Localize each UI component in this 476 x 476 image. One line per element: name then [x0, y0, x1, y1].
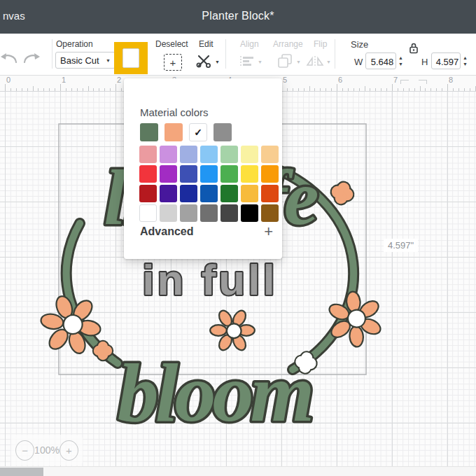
ruler-tick: [381, 88, 382, 91]
zoom-controls: − 100% +: [11, 435, 83, 465]
ruler-number: 6: [338, 76, 342, 84]
arrange-icon: [277, 53, 293, 69]
palette-color-swatch[interactable]: [200, 204, 218, 222]
palette-color-swatch[interactable]: [200, 165, 218, 183]
ruler-tick: [27, 88, 28, 91]
palette-color-swatch[interactable]: [261, 165, 279, 183]
plus-icon: +: [170, 57, 176, 69]
palette-grid: [139, 146, 282, 222]
ruler-number: 7: [393, 76, 398, 84]
stepper-up-icon[interactable]: ▲: [463, 55, 468, 60]
cricut-design-space-app: live life in full bloom: [0, 0, 476, 476]
palette-color-swatch[interactable]: [160, 185, 177, 202]
ruler-tick: [392, 84, 393, 91]
palette-color-swatch[interactable]: [160, 165, 177, 183]
ruler-tick: [115, 84, 116, 91]
height-dimension-label: 4.597": [384, 239, 418, 252]
ruler-tick: [60, 84, 61, 91]
width-input-box: [365, 52, 396, 69]
ruler-number: 1: [62, 76, 66, 84]
horizontal-scrollbar[interactable]: [0, 466, 476, 476]
palette-color-swatch[interactable]: [200, 185, 218, 202]
chevron-down-icon: ▼: [106, 58, 111, 63]
edit-chevron-down-icon[interactable]: ▼: [215, 59, 220, 64]
palette-color-swatch[interactable]: [261, 185, 279, 202]
palette-color-swatch[interactable]: [241, 204, 258, 222]
width-stepper[interactable]: ▲ ▼: [398, 52, 403, 69]
stepper-down-icon[interactable]: ▼: [398, 62, 403, 66]
operation-dropdown[interactable]: Basic Cut ▼: [55, 52, 115, 69]
ruler-number: 2: [117, 76, 121, 84]
palette-color-swatch[interactable]: [180, 146, 197, 163]
ruler-tick: [88, 86, 89, 91]
palette-color-swatch[interactable]: [180, 165, 197, 183]
zoom-out-button[interactable]: −: [15, 440, 34, 461]
ruler-tick: [314, 88, 315, 91]
palette-color-swatch[interactable]: [139, 185, 157, 202]
horizontal-scrollbar-thumb[interactable]: [0, 468, 43, 476]
undo-icon[interactable]: [0, 50, 18, 65]
width-input[interactable]: [366, 53, 398, 70]
edit-toolbar: Operation Basic Cut ▼ Deselect + Edit ▼ …: [0, 34, 476, 76]
palette-color-swatch[interactable]: [180, 185, 197, 202]
palette-color-swatch[interactable]: [200, 146, 218, 163]
ruler-tick: [55, 88, 55, 91]
ruler-tick: [104, 88, 105, 91]
ruler-tick: [414, 88, 415, 91]
edit-icon[interactable]: [195, 52, 212, 69]
ruler-tick: [287, 88, 288, 91]
ruler-tick: [93, 88, 94, 91]
palette-color-swatch[interactable]: [160, 204, 177, 222]
ruler-tick: [365, 86, 365, 91]
height-input[interactable]: [432, 53, 463, 70]
ruler-tick: [470, 88, 470, 91]
stepper-down-icon[interactable]: ▼: [463, 62, 468, 66]
height-label: H: [421, 57, 428, 67]
ruler-number: 8: [449, 76, 453, 84]
palette-color-swatch[interactable]: [160, 146, 177, 163]
redo-icon[interactable]: [22, 50, 42, 65]
deselect-button[interactable]: +: [164, 54, 182, 71]
minus-icon: −: [22, 444, 28, 456]
material-color-swatch-white[interactable]: ✓: [189, 123, 207, 141]
material-color-swatch-green[interactable]: [140, 123, 158, 141]
ruler-tick: [425, 88, 426, 91]
ruler-number: 0: [6, 76, 10, 84]
palette-color-swatch[interactable]: [220, 146, 238, 163]
ruler-tick: [83, 88, 83, 91]
material-color-swatch-peach[interactable]: [164, 123, 183, 141]
selected-check-icon: ✓: [190, 124, 206, 141]
height-stepper[interactable]: ▲ ▼: [463, 52, 468, 69]
ruler-tick: [33, 86, 34, 91]
zoom-in-button[interactable]: +: [59, 440, 78, 461]
add-color-plus-icon[interactable]: +: [264, 223, 273, 241]
palette-color-swatch[interactable]: [261, 204, 279, 222]
popup-title: Material colors: [140, 106, 209, 118]
palette-color-swatch[interactable]: [241, 165, 258, 183]
lock-aspect-ratio-icon[interactable]: [409, 42, 419, 54]
ruler-tick: [331, 88, 332, 91]
ruler-tick: [38, 88, 38, 91]
align-chevron-down-icon: ▼: [258, 59, 262, 64]
advanced-button[interactable]: Advanced: [140, 225, 193, 238]
ruler-tick: [453, 88, 454, 91]
flip-icon: [306, 55, 324, 67]
ruler-tick: [398, 88, 398, 91]
color-swatch-button-highlighted[interactable]: [114, 42, 148, 74]
ruler-tick: [326, 88, 326, 91]
palette-color-swatch[interactable]: [220, 185, 238, 202]
align-icon: [239, 55, 255, 67]
palette-color-swatch[interactable]: [180, 204, 197, 222]
ruler-number: 5: [283, 76, 287, 84]
material-color-swatch-gray[interactable]: [214, 123, 232, 141]
palette-color-swatch[interactable]: [139, 146, 157, 163]
ruler-tick: [304, 88, 304, 91]
palette-color-swatch[interactable]: [261, 146, 279, 163]
palette-color-swatch[interactable]: [139, 165, 157, 183]
palette-color-swatch[interactable]: [139, 204, 157, 222]
palette-color-swatch[interactable]: [220, 204, 238, 222]
stepper-up-icon[interactable]: ▲: [398, 55, 403, 60]
palette-color-swatch[interactable]: [220, 165, 238, 183]
palette-color-swatch[interactable]: [241, 146, 258, 163]
palette-color-swatch[interactable]: [241, 185, 258, 202]
